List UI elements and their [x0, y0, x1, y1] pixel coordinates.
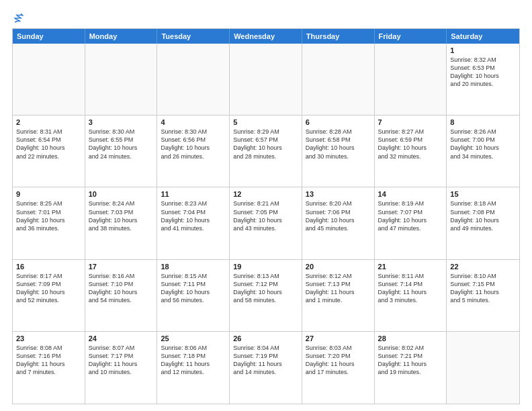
day-number: 2: [16, 118, 81, 126]
calendar-header-cell: Friday: [375, 29, 447, 44]
calendar-header-cell: Thursday: [302, 29, 375, 44]
day-number: 12: [233, 190, 298, 198]
day-number: 7: [378, 118, 443, 126]
day-info: Sunrise: 8:16 AMSunset: 7:10 PMDaylight:…: [89, 272, 154, 305]
day-number: 13: [306, 190, 371, 198]
day-info: Sunrise: 8:27 AMSunset: 6:59 PMDaylight:…: [378, 128, 443, 161]
calendar-cell: [375, 44, 447, 115]
day-number: 21: [378, 263, 443, 271]
day-number: 5: [233, 118, 298, 126]
calendar-cell: 6Sunrise: 8:28 AMSunset: 6:58 PMDaylight…: [302, 116, 375, 187]
calendar-cell: 10Sunrise: 8:24 AMSunset: 7:03 PMDayligh…: [85, 187, 158, 259]
calendar-cell: [230, 44, 302, 115]
day-info: Sunrise: 8:21 AMSunset: 7:05 PMDaylight:…: [233, 199, 298, 232]
calendar-cell: 8Sunrise: 8:26 AMSunset: 7:00 PMDaylight…: [447, 116, 519, 187]
day-number: 20: [306, 263, 371, 271]
day-number: 6: [306, 118, 371, 126]
day-info: Sunrise: 8:18 AMSunset: 7:08 PMDaylight:…: [450, 199, 516, 232]
day-info: Sunrise: 8:23 AMSunset: 7:04 PMDaylight:…: [161, 199, 226, 232]
calendar-cell: 7Sunrise: 8:27 AMSunset: 6:59 PMDaylight…: [375, 116, 447, 187]
day-number: 3: [89, 118, 154, 126]
calendar-cell: [85, 44, 158, 115]
calendar-header-cell: Sunday: [13, 29, 85, 44]
calendar-row: 2Sunrise: 8:31 AMSunset: 6:54 PMDaylight…: [13, 116, 519, 187]
calendar-cell: 23Sunrise: 8:08 AMSunset: 7:16 PMDayligh…: [13, 332, 85, 404]
logo: [12, 12, 25, 23]
calendar-cell: [302, 44, 375, 115]
calendar-cell: 2Sunrise: 8:31 AMSunset: 6:54 PMDaylight…: [13, 116, 85, 187]
calendar-cell: 26Sunrise: 8:04 AMSunset: 7:19 PMDayligh…: [230, 332, 302, 404]
day-info: Sunrise: 8:13 AMSunset: 7:12 PMDaylight:…: [233, 272, 298, 305]
calendar-cell: 13Sunrise: 8:20 AMSunset: 7:06 PMDayligh…: [302, 187, 375, 259]
day-number: 28: [378, 334, 443, 342]
calendar-cell: 24Sunrise: 8:07 AMSunset: 7:17 PMDayligh…: [85, 332, 158, 404]
calendar-cell: 28Sunrise: 8:02 AMSunset: 7:21 PMDayligh…: [375, 332, 447, 404]
day-number: 1: [450, 46, 516, 54]
day-number: 18: [161, 263, 226, 271]
calendar-cell: 1Sunrise: 8:32 AMSunset: 6:53 PMDaylight…: [447, 44, 519, 115]
day-info: Sunrise: 8:15 AMSunset: 7:11 PMDaylight:…: [161, 272, 226, 305]
day-number: 22: [450, 263, 516, 271]
day-number: 19: [233, 263, 298, 271]
day-number: 15: [450, 190, 516, 198]
day-info: Sunrise: 8:30 AMSunset: 6:56 PMDaylight:…: [161, 128, 226, 161]
calendar-cell: 11Sunrise: 8:23 AMSunset: 7:04 PMDayligh…: [157, 187, 230, 259]
logo-bird-icon: [13, 12, 25, 24]
calendar-cell: 20Sunrise: 8:12 AMSunset: 7:13 PMDayligh…: [302, 260, 375, 331]
day-info: Sunrise: 8:07 AMSunset: 7:17 PMDaylight:…: [89, 344, 154, 377]
day-number: 26: [233, 334, 298, 342]
day-info: Sunrise: 8:26 AMSunset: 7:00 PMDaylight:…: [450, 128, 516, 161]
day-info: Sunrise: 8:12 AMSunset: 7:13 PMDaylight:…: [306, 272, 371, 305]
day-info: Sunrise: 8:08 AMSunset: 7:16 PMDaylight:…: [16, 344, 81, 377]
day-info: Sunrise: 8:29 AMSunset: 6:57 PMDaylight:…: [233, 128, 298, 161]
day-info: Sunrise: 8:19 AMSunset: 7:07 PMDaylight:…: [378, 199, 443, 232]
calendar-body: 1Sunrise: 8:32 AMSunset: 6:53 PMDaylight…: [13, 44, 519, 404]
day-number: 16: [16, 263, 81, 271]
day-number: 25: [161, 334, 226, 342]
calendar-header-cell: Tuesday: [157, 29, 230, 44]
calendar-cell: 17Sunrise: 8:16 AMSunset: 7:10 PMDayligh…: [85, 260, 158, 331]
day-number: 11: [161, 190, 226, 198]
calendar-cell: 5Sunrise: 8:29 AMSunset: 6:57 PMDaylight…: [230, 116, 302, 187]
day-number: 10: [89, 190, 154, 198]
calendar-cell: 22Sunrise: 8:10 AMSunset: 7:15 PMDayligh…: [447, 260, 519, 331]
day-number: 8: [450, 118, 516, 126]
day-info: Sunrise: 8:10 AMSunset: 7:15 PMDaylight:…: [450, 272, 516, 305]
calendar-row: 23Sunrise: 8:08 AMSunset: 7:16 PMDayligh…: [13, 332, 519, 404]
day-number: 4: [161, 118, 226, 126]
day-info: Sunrise: 8:28 AMSunset: 6:58 PMDaylight:…: [306, 128, 371, 161]
day-info: Sunrise: 8:24 AMSunset: 7:03 PMDaylight:…: [89, 199, 154, 232]
calendar-cell: 12Sunrise: 8:21 AMSunset: 7:05 PMDayligh…: [230, 187, 302, 259]
day-info: Sunrise: 8:32 AMSunset: 6:53 PMDaylight:…: [450, 56, 516, 89]
day-number: 17: [89, 263, 154, 271]
calendar-cell: 19Sunrise: 8:13 AMSunset: 7:12 PMDayligh…: [230, 260, 302, 331]
calendar-cell: 9Sunrise: 8:25 AMSunset: 7:01 PMDaylight…: [13, 187, 85, 259]
day-number: 23: [16, 334, 81, 342]
calendar-header-cell: Saturday: [447, 29, 519, 44]
calendar-cell: [157, 44, 230, 115]
calendar-cell: 16Sunrise: 8:17 AMSunset: 7:09 PMDayligh…: [13, 260, 85, 331]
calendar-cell: 21Sunrise: 8:11 AMSunset: 7:14 PMDayligh…: [375, 260, 447, 331]
calendar-cell: 27Sunrise: 8:03 AMSunset: 7:20 PMDayligh…: [302, 332, 375, 404]
calendar-cell: 14Sunrise: 8:19 AMSunset: 7:07 PMDayligh…: [375, 187, 447, 259]
day-info: Sunrise: 8:03 AMSunset: 7:20 PMDaylight:…: [306, 344, 371, 377]
day-info: Sunrise: 8:06 AMSunset: 7:18 PMDaylight:…: [161, 344, 226, 377]
calendar-cell: 15Sunrise: 8:18 AMSunset: 7:08 PMDayligh…: [447, 187, 519, 259]
day-number: 9: [16, 190, 81, 198]
day-number: 27: [306, 334, 371, 342]
calendar-cell: 4Sunrise: 8:30 AMSunset: 6:56 PMDaylight…: [157, 116, 230, 187]
day-number: 14: [378, 190, 443, 198]
calendar-cell: 25Sunrise: 8:06 AMSunset: 7:18 PMDayligh…: [157, 332, 230, 404]
day-info: Sunrise: 8:31 AMSunset: 6:54 PMDaylight:…: [16, 128, 81, 161]
day-info: Sunrise: 8:25 AMSunset: 7:01 PMDaylight:…: [16, 199, 81, 232]
calendar-cell: 3Sunrise: 8:30 AMSunset: 6:55 PMDaylight…: [85, 116, 158, 187]
day-info: Sunrise: 8:17 AMSunset: 7:09 PMDaylight:…: [16, 272, 81, 305]
calendar-header: SundayMondayTuesdayWednesdayThursdayFrid…: [13, 29, 519, 44]
calendar-header-cell: Wednesday: [230, 29, 302, 44]
calendar-row: 1Sunrise: 8:32 AMSunset: 6:53 PMDaylight…: [13, 44, 519, 116]
calendar: SundayMondayTuesdayWednesdayThursdayFrid…: [12, 28, 520, 404]
day-info: Sunrise: 8:30 AMSunset: 6:55 PMDaylight:…: [89, 128, 154, 161]
calendar-cell: [447, 332, 519, 404]
calendar-cell: 18Sunrise: 8:15 AMSunset: 7:11 PMDayligh…: [157, 260, 230, 331]
day-info: Sunrise: 8:04 AMSunset: 7:19 PMDaylight:…: [233, 344, 298, 377]
